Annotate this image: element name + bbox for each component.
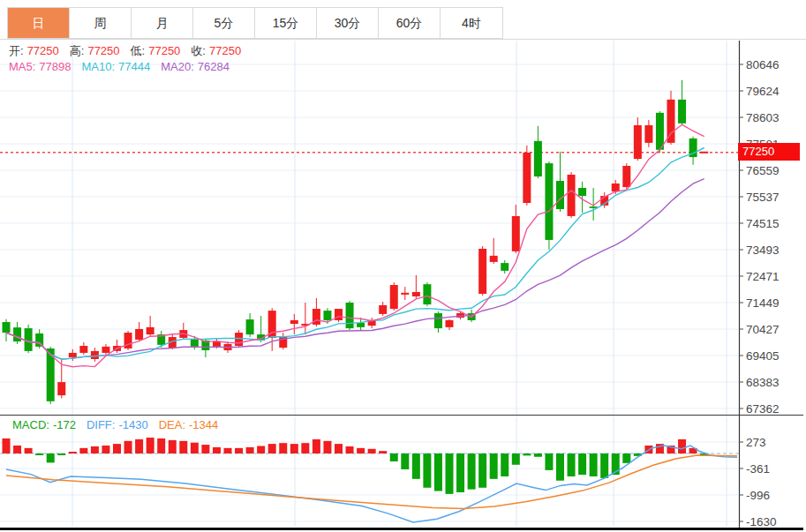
axis-label: -1630 — [746, 515, 777, 528]
legend-ohlc-label: 低: — [131, 44, 146, 57]
macd-bar — [102, 446, 109, 453]
candle-body — [91, 351, 99, 359]
candle-body — [147, 327, 154, 334]
axis-label: 74515 — [746, 217, 780, 230]
candle-body — [390, 285, 398, 309]
macd-bar — [3, 438, 11, 453]
macd-bar — [301, 443, 309, 453]
macd-bar — [157, 438, 165, 453]
legend-ma-value: 77898 — [39, 60, 71, 73]
legend-ma-label: MA10: — [82, 60, 116, 73]
macd-bar — [201, 445, 209, 453]
candle-body — [434, 313, 442, 328]
bottom-border — [0, 528, 803, 530]
macd-legend: MACD:-172DIFF:-1430DEA:-1344 — [12, 418, 229, 431]
macd-bar — [622, 453, 630, 463]
axis-label: 75537 — [746, 191, 780, 204]
candle-body — [379, 305, 387, 314]
tab-min15[interactable]: 15分 — [255, 8, 317, 38]
macd-bar — [179, 441, 187, 453]
candle-body — [357, 323, 365, 327]
current-price-badge: 77250 — [738, 143, 800, 161]
macd-bar — [590, 453, 598, 476]
candle-body — [423, 284, 431, 304]
tab-min60[interactable]: 60分 — [379, 8, 441, 38]
candle-body — [412, 292, 420, 296]
ohlc-legend: 开:77250高:77250低:77250收:77250 — [9, 43, 252, 59]
macd-bar — [412, 453, 420, 479]
macd-bar — [390, 453, 398, 461]
candle-body — [235, 333, 243, 346]
macd-bar — [335, 444, 343, 453]
axis-label: 71449 — [746, 296, 780, 310]
candle-body — [401, 293, 409, 295]
candle-body — [69, 353, 77, 357]
candle-body — [335, 309, 343, 320]
candle-body — [644, 125, 652, 143]
macd-bar — [57, 453, 65, 455]
macd-bar — [600, 453, 608, 478]
macd-bar — [246, 447, 254, 453]
macd-bar — [147, 438, 154, 453]
macd-bar — [268, 444, 276, 453]
candle-body — [534, 141, 542, 176]
macd-bar — [224, 448, 232, 453]
price-axis: 8064679624786037758176559755377451573493… — [739, 41, 780, 528]
macd-bar — [434, 453, 442, 491]
tab-min30[interactable]: 30分 — [317, 8, 379, 38]
axis-label: 70427 — [746, 323, 780, 336]
candle-body — [490, 256, 498, 262]
candle-body — [213, 341, 221, 347]
candle-body — [3, 322, 11, 333]
candle-body — [102, 347, 109, 353]
legend-ohlc-label: 高: — [70, 44, 85, 57]
macd-bar — [279, 443, 287, 453]
macd-bar — [523, 453, 531, 455]
legend-ohlc-value: 77250 — [148, 44, 180, 57]
macd-bar — [357, 448, 365, 453]
candle-body — [135, 329, 143, 340]
macd-bar — [113, 444, 121, 453]
legend-ohlc-label: 开: — [9, 44, 24, 57]
macd-bar — [169, 440, 177, 453]
axis-label: 73493 — [746, 244, 780, 257]
tab-day[interactable]: 日 — [8, 8, 70, 38]
macd-bar — [346, 446, 354, 453]
macd-bar — [79, 448, 87, 453]
candle-body — [323, 311, 331, 320]
macd-bar — [313, 439, 320, 453]
candle-body — [446, 320, 454, 327]
tab-hour4[interactable]: 4时 — [441, 8, 502, 38]
macd-bar — [47, 453, 55, 462]
legend-ma-value: 76284 — [198, 60, 230, 73]
macd-bar — [35, 453, 43, 455]
axis-label: 80646 — [746, 58, 780, 71]
macd-bar — [468, 453, 476, 490]
macd-bar — [401, 453, 409, 469]
period-tabbar: 日周月5分15分30分60分4时 — [7, 7, 503, 39]
candle-body — [290, 320, 298, 324]
ma10-line — [6, 148, 704, 360]
axis-label: 69405 — [746, 349, 780, 363]
axis-label: 68383 — [746, 376, 780, 389]
macd-bar — [191, 443, 199, 453]
legend-ma-label: MA5: — [9, 60, 35, 73]
tab-month[interactable]: 月 — [132, 8, 193, 38]
kline-chart[interactable]: 8064679624786037758176559755377451573493… — [0, 0, 806, 532]
panel-separator — [0, 415, 803, 416]
axis-label: -361 — [746, 462, 770, 476]
candle-body — [622, 166, 630, 187]
candle-body — [578, 188, 586, 196]
tab-min5[interactable]: 5分 — [193, 8, 255, 38]
candle-body — [545, 163, 553, 240]
macd-bar — [257, 446, 265, 453]
candle-body — [25, 328, 33, 351]
axis-label: 79624 — [746, 85, 780, 98]
macd-bar — [135, 439, 143, 453]
candle-body — [346, 303, 354, 328]
macd-bar — [478, 453, 486, 488]
macd-bar — [578, 453, 586, 475]
macd-bar — [69, 452, 77, 453]
macd-bar — [91, 446, 99, 453]
tab-week[interactable]: 周 — [70, 8, 132, 38]
